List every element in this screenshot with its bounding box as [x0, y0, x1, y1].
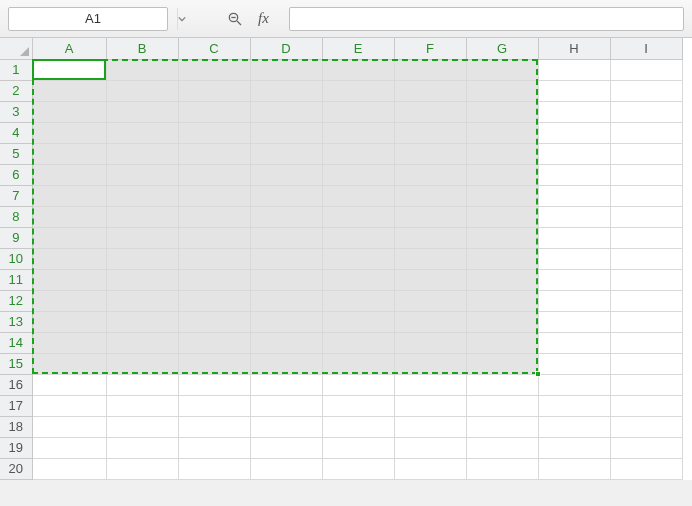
cell-H3[interactable] — [538, 101, 610, 122]
cell-C5[interactable] — [178, 143, 250, 164]
cell-G3[interactable] — [466, 101, 538, 122]
cell-B7[interactable] — [106, 185, 178, 206]
cell-C20[interactable] — [178, 458, 250, 479]
cell-H14[interactable] — [538, 332, 610, 353]
cell-G2[interactable] — [466, 80, 538, 101]
cell-D13[interactable] — [250, 311, 322, 332]
row-header-3[interactable]: 3 — [0, 101, 32, 122]
name-box-input[interactable] — [9, 8, 177, 30]
cell-F9[interactable] — [394, 227, 466, 248]
cell-A16[interactable] — [32, 374, 106, 395]
cell-E8[interactable] — [322, 206, 394, 227]
cell-I7[interactable] — [610, 185, 682, 206]
row-header-9[interactable]: 9 — [0, 227, 32, 248]
selection-fill-handle[interactable] — [535, 371, 541, 377]
cell-I13[interactable] — [610, 311, 682, 332]
cell-G6[interactable] — [466, 164, 538, 185]
cell-I2[interactable] — [610, 80, 682, 101]
cell-F6[interactable] — [394, 164, 466, 185]
cell-F17[interactable] — [394, 395, 466, 416]
cell-H18[interactable] — [538, 416, 610, 437]
cell-A20[interactable] — [32, 458, 106, 479]
cell-I8[interactable] — [610, 206, 682, 227]
cell-D14[interactable] — [250, 332, 322, 353]
cell-H13[interactable] — [538, 311, 610, 332]
cell-I19[interactable] — [610, 437, 682, 458]
row-header-18[interactable]: 18 — [0, 416, 32, 437]
cell-B1[interactable] — [106, 59, 178, 80]
cell-D7[interactable] — [250, 185, 322, 206]
row-header-8[interactable]: 8 — [0, 206, 32, 227]
row-header-17[interactable]: 17 — [0, 395, 32, 416]
cell-F19[interactable] — [394, 437, 466, 458]
cell-A18[interactable] — [32, 416, 106, 437]
row-header-13[interactable]: 13 — [0, 311, 32, 332]
cell-B13[interactable] — [106, 311, 178, 332]
cell-I15[interactable] — [610, 353, 682, 374]
cell-H5[interactable] — [538, 143, 610, 164]
cell-B4[interactable] — [106, 122, 178, 143]
cell-C10[interactable] — [178, 248, 250, 269]
cell-F16[interactable] — [394, 374, 466, 395]
cell-C19[interactable] — [178, 437, 250, 458]
cell-C11[interactable] — [178, 269, 250, 290]
cell-F10[interactable] — [394, 248, 466, 269]
cell-D9[interactable] — [250, 227, 322, 248]
cell-C13[interactable] — [178, 311, 250, 332]
cell-G17[interactable] — [466, 395, 538, 416]
cell-G12[interactable] — [466, 290, 538, 311]
cell-B16[interactable] — [106, 374, 178, 395]
cell-I17[interactable] — [610, 395, 682, 416]
name-box-dropdown[interactable] — [177, 8, 186, 30]
cell-A2[interactable] — [32, 80, 106, 101]
cell-E11[interactable] — [322, 269, 394, 290]
cell-H15[interactable] — [538, 353, 610, 374]
cell-B6[interactable] — [106, 164, 178, 185]
cell-F1[interactable] — [394, 59, 466, 80]
row-header-19[interactable]: 19 — [0, 437, 32, 458]
cell-G20[interactable] — [466, 458, 538, 479]
cell-F12[interactable] — [394, 290, 466, 311]
cell-G9[interactable] — [466, 227, 538, 248]
cell-B12[interactable] — [106, 290, 178, 311]
cell-D6[interactable] — [250, 164, 322, 185]
cell-H7[interactable] — [538, 185, 610, 206]
cell-H8[interactable] — [538, 206, 610, 227]
cell-F8[interactable] — [394, 206, 466, 227]
cell-E19[interactable] — [322, 437, 394, 458]
cell-I11[interactable] — [610, 269, 682, 290]
cell-D10[interactable] — [250, 248, 322, 269]
cell-D2[interactable] — [250, 80, 322, 101]
formula-input[interactable] — [289, 7, 684, 31]
cell-D11[interactable] — [250, 269, 322, 290]
row-header-6[interactable]: 6 — [0, 164, 32, 185]
cell-F5[interactable] — [394, 143, 466, 164]
cell-G5[interactable] — [466, 143, 538, 164]
cell-C14[interactable] — [178, 332, 250, 353]
row-header-16[interactable]: 16 — [0, 374, 32, 395]
cell-I16[interactable] — [610, 374, 682, 395]
cell-I6[interactable] — [610, 164, 682, 185]
cell-G19[interactable] — [466, 437, 538, 458]
row-header-1[interactable]: 1 — [0, 59, 32, 80]
cell-E12[interactable] — [322, 290, 394, 311]
cell-H17[interactable] — [538, 395, 610, 416]
cell-G4[interactable] — [466, 122, 538, 143]
column-header-G[interactable]: G — [466, 38, 538, 59]
cell-B14[interactable] — [106, 332, 178, 353]
cell-B8[interactable] — [106, 206, 178, 227]
cell-C12[interactable] — [178, 290, 250, 311]
cell-D16[interactable] — [250, 374, 322, 395]
cell-F2[interactable] — [394, 80, 466, 101]
column-header-B[interactable]: B — [106, 38, 178, 59]
cell-E1[interactable] — [322, 59, 394, 80]
cell-C15[interactable] — [178, 353, 250, 374]
cell-G7[interactable] — [466, 185, 538, 206]
cell-H2[interactable] — [538, 80, 610, 101]
cell-E9[interactable] — [322, 227, 394, 248]
cell-H11[interactable] — [538, 269, 610, 290]
cell-A15[interactable] — [32, 353, 106, 374]
cell-H20[interactable] — [538, 458, 610, 479]
cell-A14[interactable] — [32, 332, 106, 353]
cell-B17[interactable] — [106, 395, 178, 416]
